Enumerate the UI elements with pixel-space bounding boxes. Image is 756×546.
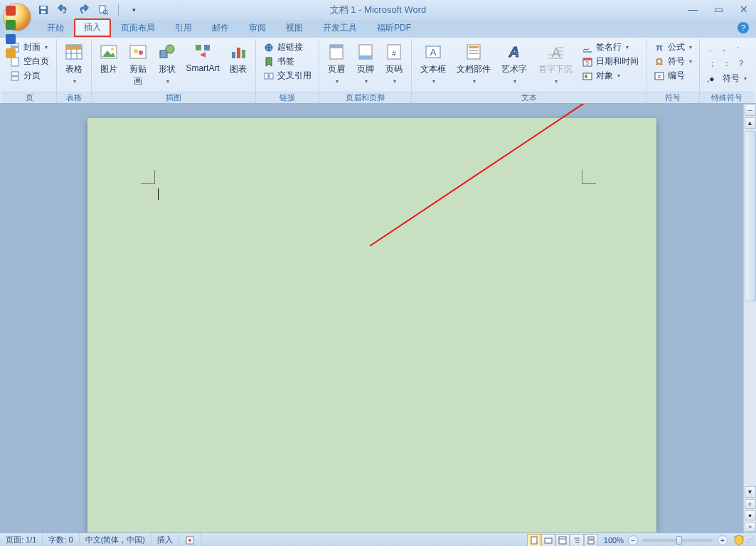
shapes-button[interactable]: 形状▾ [154,41,180,85]
group-illustrations: 图片 剪贴画 形状▾ SmartArt 图表 插图 [92,39,255,103]
qat-separator [118,4,119,16]
scroll-down-icon[interactable]: ▼ [745,486,756,498]
textbox-button[interactable]: A文本框▾ [416,41,450,85]
view-outline-icon[interactable] [570,534,584,547]
wordart-button[interactable]: A艺术字▾ [498,41,532,85]
svg-rect-32 [265,73,268,79]
clipart-button[interactable]: 剪贴画 [124,41,151,87]
spec-char-4[interactable]: ； [708,58,717,70]
view-fullscreen-icon[interactable] [541,534,555,547]
datetime-button[interactable]: 5日期和时间 [579,55,641,68]
zoom-slider[interactable] [642,539,713,542]
ribbon-tab-bar: 开始 插入 页面布局 引用 邮件 审阅 视图 开发工具 福昕PDF ? [0,20,756,37]
quickparts-button[interactable]: 文档部件▾ [453,41,495,85]
status-words[interactable]: 字数: 0 [43,533,79,546]
spec-char-2[interactable]: 。 [723,42,731,54]
crossref-button[interactable]: 交叉引用 [260,69,314,82]
resize-grip-icon[interactable]: ⋰ [745,535,756,545]
group-text-label: 文本 [412,92,646,103]
dropcap-button[interactable]: A首字下沉▾ [534,41,576,85]
crossref-icon [263,70,275,82]
tab-review[interactable]: 审阅 [239,19,276,37]
next-page-icon[interactable]: » [745,522,756,532]
special-symbols-button[interactable]: ,● 符号▾ [704,72,750,85]
office-button[interactable] [3,3,31,31]
pagenum-button[interactable]: #页码▾ [381,41,408,85]
maximize-button[interactable]: ▭ [710,3,726,16]
view-draft-icon[interactable] [584,534,598,547]
print-preview-icon[interactable] [97,4,110,16]
equation-label: 公式 [668,41,685,53]
vertical-scrollbar[interactable]: ─ ▲ ▼ « ● » [743,104,756,532]
zoom-in-button[interactable]: + [718,535,728,545]
status-language[interactable]: 中文(简体，中国) [80,533,151,546]
zoom-thumb[interactable] [676,536,682,545]
zoom-out-button[interactable]: − [628,535,638,545]
number-button[interactable]: #编号 [651,69,695,82]
group-hf-label: 页眉和页脚 [319,92,412,103]
bookmark-button[interactable]: 书签 [260,55,314,68]
signature-icon [582,42,593,53]
view-print-layout-icon[interactable] [527,534,541,547]
tab-home[interactable]: 开始 [37,19,74,37]
tab-insert[interactable]: 插入 [74,18,111,37]
header-icon [326,42,346,62]
scroll-split-icon[interactable]: ─ [745,105,756,116]
number-label: 编号 [668,70,685,82]
smartart-button[interactable]: SmartArt [183,41,222,73]
group-special-symbols: 、 。 · ； ： ？ ,● 符号▾ 特殊符号 [700,39,754,103]
spec-char-3[interactable]: · [737,42,739,54]
chart-button[interactable]: 图表 [225,41,251,75]
symbol-button[interactable]: Ω符号▾ [651,55,695,68]
undo-icon[interactable] [57,4,70,16]
document-page[interactable] [87,118,656,532]
spec-char-1[interactable]: 、 [708,42,717,54]
help-button[interactable]: ? [738,22,749,33]
redo-icon[interactable] [77,4,90,16]
tab-references[interactable]: 引用 [165,19,202,37]
tab-developer[interactable]: 开发工具 [313,19,367,37]
svg-text:5: 5 [586,60,589,65]
header-button[interactable]: 页眉▾ [324,41,350,85]
special-symbols-label: 符号 [723,73,740,85]
spec-char-6[interactable]: ？ [737,58,745,70]
page-break-button[interactable]: 分页 [6,69,52,82]
header-label: 页眉 [328,64,345,74]
spec-char-5[interactable]: ： [723,58,731,70]
table-button[interactable]: 表格▾ [61,41,87,85]
minimize-button[interactable]: — [685,3,701,16]
qat-customize-icon[interactable]: ▾ [127,4,140,16]
prev-page-icon[interactable]: « [745,499,756,509]
save-icon[interactable] [37,4,50,16]
object-button[interactable]: 对象▾ [579,69,641,82]
status-macro-icon[interactable] [179,533,201,546]
dropcap-label: 首字下沉 [538,64,573,74]
document-viewport[interactable] [0,104,743,532]
margin-mark-top-left [141,170,155,184]
tab-foxit-pdf[interactable]: 福昕PDF [367,19,421,37]
svg-rect-20 [130,46,146,58]
group-symbols: π公式▾ Ω符号▾ #编号 符号 [646,39,700,103]
signature-line-button[interactable]: 签名行▾ [579,41,641,54]
svg-text:A: A [430,47,437,58]
scroll-up-icon[interactable]: ▲ [745,117,756,129]
svg-rect-37 [359,55,372,59]
tab-page-layout[interactable]: 页面布局 [111,19,165,37]
scroll-thumb[interactable] [745,131,756,301]
scroll-track[interactable] [745,129,756,486]
status-mode[interactable]: 插入 [151,533,179,546]
footer-label: 页脚 [357,64,374,74]
datetime-icon: 5 [582,56,593,68]
footer-button[interactable]: 页脚▾ [352,41,378,85]
browse-object-icon[interactable]: ● [745,510,756,520]
picture-button[interactable]: 图片 [96,41,122,75]
view-web-layout-icon[interactable] [555,534,570,547]
zoom-level[interactable]: 100% [604,536,624,545]
status-page[interactable]: 页面: 1/1 [0,533,43,546]
tab-view[interactable]: 视图 [276,19,313,37]
security-shield-icon[interactable] [733,535,745,546]
close-button[interactable]: ✕ [736,3,752,16]
tab-mailings[interactable]: 邮件 [202,19,239,37]
hyperlink-button[interactable]: 超链接 [260,41,314,54]
equation-button[interactable]: π公式▾ [651,41,695,54]
